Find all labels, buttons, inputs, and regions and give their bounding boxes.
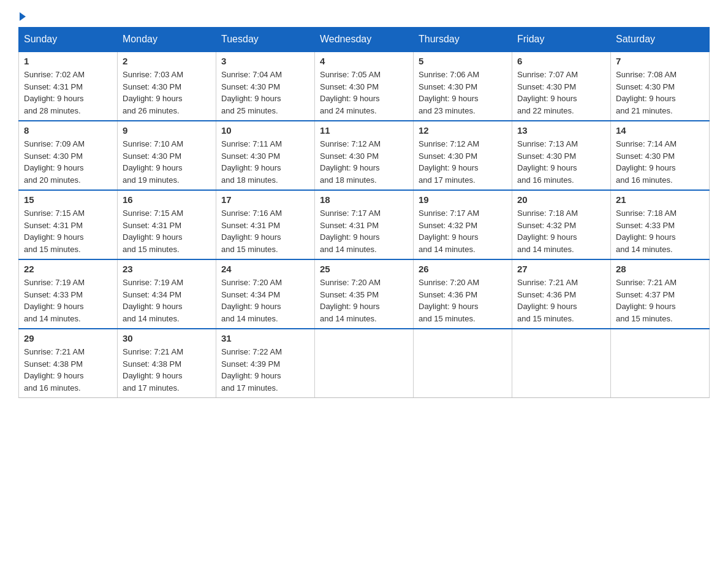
- day-number: 8: [24, 125, 112, 136]
- day-info: Sunrise: 7:14 AMSunset: 4:30 PMDaylight:…: [616, 138, 704, 186]
- day-cell-31: 31Sunrise: 7:22 AMSunset: 4:39 PMDayligh…: [216, 329, 315, 398]
- week-row-4: 22Sunrise: 7:19 AMSunset: 4:33 PMDayligh…: [19, 259, 710, 329]
- day-number: 7: [616, 56, 704, 66]
- column-header-sunday: Sunday: [19, 28, 118, 52]
- week-row-5: 29Sunrise: 7:21 AMSunset: 4:38 PMDayligh…: [19, 329, 710, 398]
- day-number: 18: [320, 194, 408, 205]
- day-number: 25: [320, 264, 408, 274]
- day-info: Sunrise: 7:20 AMSunset: 4:34 PMDaylight:…: [221, 277, 309, 324]
- day-cell-26: 26Sunrise: 7:20 AMSunset: 4:36 PMDayligh…: [414, 259, 512, 329]
- day-info: Sunrise: 7:21 AMSunset: 4:38 PMDaylight:…: [24, 346, 112, 394]
- day-cell-22: 22Sunrise: 7:19 AMSunset: 4:33 PMDayligh…: [19, 259, 118, 329]
- day-info: Sunrise: 7:22 AMSunset: 4:39 PMDaylight:…: [221, 346, 309, 394]
- day-cell-17: 17Sunrise: 7:16 AMSunset: 4:31 PMDayligh…: [216, 190, 315, 259]
- week-row-1: 1Sunrise: 7:02 AMSunset: 4:31 PMDaylight…: [19, 52, 710, 121]
- day-cell-2: 2Sunrise: 7:03 AMSunset: 4:30 PMDaylight…: [118, 52, 216, 121]
- day-number: 28: [616, 264, 704, 274]
- day-cell-10: 10Sunrise: 7:11 AMSunset: 4:30 PMDayligh…: [216, 121, 315, 190]
- day-number: 10: [221, 125, 309, 136]
- day-cell-21: 21Sunrise: 7:18 AMSunset: 4:33 PMDayligh…: [611, 190, 710, 259]
- day-cell-16: 16Sunrise: 7:15 AMSunset: 4:31 PMDayligh…: [118, 190, 216, 259]
- column-header-thursday: Thursday: [414, 28, 512, 52]
- day-info: Sunrise: 7:20 AMSunset: 4:35 PMDaylight:…: [320, 277, 408, 324]
- day-number: 4: [320, 56, 408, 66]
- day-cell-12: 12Sunrise: 7:12 AMSunset: 4:30 PMDayligh…: [414, 121, 512, 190]
- day-info: Sunrise: 7:18 AMSunset: 4:33 PMDaylight:…: [616, 207, 704, 255]
- day-cell-6: 6Sunrise: 7:07 AMSunset: 4:30 PMDaylight…: [512, 52, 611, 121]
- day-cell-15: 15Sunrise: 7:15 AMSunset: 4:31 PMDayligh…: [19, 190, 118, 259]
- day-cell-9: 9Sunrise: 7:10 AMSunset: 4:30 PMDaylight…: [118, 121, 216, 190]
- day-cell-28: 28Sunrise: 7:21 AMSunset: 4:37 PMDayligh…: [611, 259, 710, 329]
- day-info: Sunrise: 7:16 AMSunset: 4:31 PMDaylight:…: [221, 207, 309, 255]
- day-cell-14: 14Sunrise: 7:14 AMSunset: 4:30 PMDayligh…: [611, 121, 710, 190]
- day-number: 29: [24, 333, 112, 343]
- day-cell-29: 29Sunrise: 7:21 AMSunset: 4:38 PMDayligh…: [19, 329, 118, 398]
- empty-cell: [512, 329, 611, 398]
- empty-cell: [611, 329, 710, 398]
- column-header-friday: Friday: [512, 28, 611, 52]
- day-cell-13: 13Sunrise: 7:13 AMSunset: 4:30 PMDayligh…: [512, 121, 611, 190]
- day-number: 31: [221, 333, 309, 343]
- day-info: Sunrise: 7:02 AMSunset: 4:31 PMDaylight:…: [24, 69, 112, 117]
- day-number: 20: [517, 194, 605, 205]
- day-number: 2: [123, 56, 211, 66]
- day-cell-7: 7Sunrise: 7:08 AMSunset: 4:30 PMDaylight…: [611, 52, 710, 121]
- day-info: Sunrise: 7:05 AMSunset: 4:30 PMDaylight:…: [320, 69, 408, 117]
- day-cell-24: 24Sunrise: 7:20 AMSunset: 4:34 PMDayligh…: [216, 259, 315, 329]
- day-number: 5: [419, 56, 507, 66]
- day-info: Sunrise: 7:07 AMSunset: 4:30 PMDaylight:…: [517, 69, 605, 117]
- day-cell-11: 11Sunrise: 7:12 AMSunset: 4:30 PMDayligh…: [315, 121, 414, 190]
- day-info: Sunrise: 7:21 AMSunset: 4:36 PMDaylight:…: [517, 277, 605, 324]
- page-header: [18, 12, 710, 21]
- day-info: Sunrise: 7:15 AMSunset: 4:31 PMDaylight:…: [24, 207, 112, 255]
- column-header-wednesday: Wednesday: [315, 28, 414, 52]
- day-info: Sunrise: 7:18 AMSunset: 4:32 PMDaylight:…: [517, 207, 605, 255]
- column-header-tuesday: Tuesday: [216, 28, 315, 52]
- day-number: 15: [24, 194, 112, 205]
- day-number: 22: [24, 264, 112, 274]
- day-number: 9: [123, 125, 211, 136]
- day-cell-19: 19Sunrise: 7:17 AMSunset: 4:32 PMDayligh…: [414, 190, 512, 259]
- day-info: Sunrise: 7:04 AMSunset: 4:30 PMDaylight:…: [221, 69, 309, 117]
- day-info: Sunrise: 7:21 AMSunset: 4:38 PMDaylight:…: [123, 346, 211, 394]
- day-info: Sunrise: 7:09 AMSunset: 4:30 PMDaylight:…: [24, 138, 112, 186]
- day-number: 14: [616, 125, 704, 136]
- logo-flag-icon: [20, 12, 26, 21]
- day-cell-18: 18Sunrise: 7:17 AMSunset: 4:31 PMDayligh…: [315, 190, 414, 259]
- empty-cell: [414, 329, 512, 398]
- calendar-table: SundayMondayTuesdayWednesdayThursdayFrid…: [18, 27, 710, 398]
- day-number: 1: [24, 56, 112, 66]
- day-cell-23: 23Sunrise: 7:19 AMSunset: 4:34 PMDayligh…: [118, 259, 216, 329]
- day-cell-30: 30Sunrise: 7:21 AMSunset: 4:38 PMDayligh…: [118, 329, 216, 398]
- day-number: 19: [419, 194, 507, 205]
- day-info: Sunrise: 7:17 AMSunset: 4:31 PMDaylight:…: [320, 207, 408, 255]
- day-number: 30: [123, 333, 211, 343]
- day-info: Sunrise: 7:19 AMSunset: 4:33 PMDaylight:…: [24, 277, 112, 324]
- day-number: 13: [517, 125, 605, 136]
- day-info: Sunrise: 7:13 AMSunset: 4:30 PMDaylight:…: [517, 138, 605, 186]
- calendar-header-row: SundayMondayTuesdayWednesdayThursdayFrid…: [19, 28, 710, 52]
- day-number: 6: [517, 56, 605, 66]
- day-cell-8: 8Sunrise: 7:09 AMSunset: 4:30 PMDaylight…: [19, 121, 118, 190]
- day-number: 24: [221, 264, 309, 274]
- week-row-3: 15Sunrise: 7:15 AMSunset: 4:31 PMDayligh…: [19, 190, 710, 259]
- day-cell-5: 5Sunrise: 7:06 AMSunset: 4:30 PMDaylight…: [414, 52, 512, 121]
- day-info: Sunrise: 7:21 AMSunset: 4:37 PMDaylight:…: [616, 277, 704, 324]
- day-info: Sunrise: 7:12 AMSunset: 4:30 PMDaylight:…: [320, 138, 408, 186]
- day-number: 17: [221, 194, 309, 205]
- day-info: Sunrise: 7:19 AMSunset: 4:34 PMDaylight:…: [123, 277, 211, 324]
- day-number: 11: [320, 125, 408, 136]
- column-header-monday: Monday: [118, 28, 216, 52]
- day-info: Sunrise: 7:03 AMSunset: 4:30 PMDaylight:…: [123, 69, 211, 117]
- day-number: 21: [616, 194, 704, 205]
- day-number: 26: [419, 264, 507, 274]
- day-info: Sunrise: 7:12 AMSunset: 4:30 PMDaylight:…: [419, 138, 507, 186]
- day-number: 12: [419, 125, 507, 136]
- day-number: 3: [221, 56, 309, 66]
- day-cell-25: 25Sunrise: 7:20 AMSunset: 4:35 PMDayligh…: [315, 259, 414, 329]
- day-number: 27: [517, 264, 605, 274]
- day-number: 23: [123, 264, 211, 274]
- column-header-saturday: Saturday: [611, 28, 710, 52]
- day-cell-1: 1Sunrise: 7:02 AMSunset: 4:31 PMDaylight…: [19, 52, 118, 121]
- day-info: Sunrise: 7:17 AMSunset: 4:32 PMDaylight:…: [419, 207, 507, 255]
